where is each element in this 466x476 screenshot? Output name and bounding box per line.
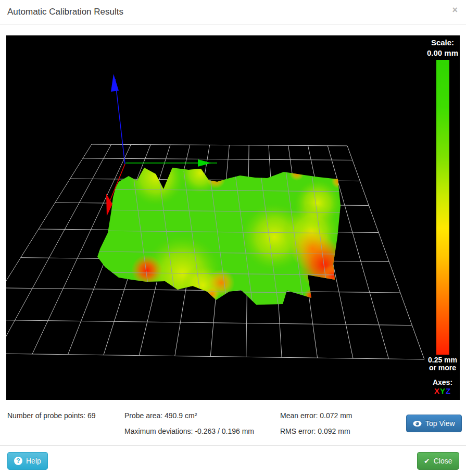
heightmap-mesh: [89, 148, 350, 312]
axis-x-letter: X: [434, 386, 440, 395]
page-title: Automatic Calibration Results: [7, 7, 123, 17]
axes-letters: XYZ: [434, 386, 451, 395]
heightmap-3d-plot[interactable]: [6, 35, 460, 400]
scale-min-value: 0.00 mm: [427, 48, 458, 58]
scale-max-note: or more: [429, 364, 456, 372]
scale-legend: Scale: 0.00 mm 0.25 mm or more Axes: XYZ: [423, 37, 462, 395]
help-button[interactable]: ? Help: [7, 452, 48, 470]
z-axis-arrow-icon: [111, 74, 119, 92]
help-label: Help: [26, 457, 41, 465]
close-label: Close: [434, 457, 452, 465]
axes-label: Axes:: [433, 379, 452, 386]
footer-divider: [0, 445, 466, 446]
stat-max-deviations: Maximum deviations: -0.263 / 0.196 mm: [124, 427, 254, 435]
calibration-results-modal: Automatic Calibration Results ×: [0, 0, 466, 476]
axis-z-letter: Z: [446, 386, 451, 395]
close-button[interactable]: ✔ Close: [417, 452, 459, 470]
heightmap-canvas[interactable]: Scale: 0.00 mm 0.25 mm or more Axes: XYZ: [6, 35, 460, 400]
scale-label: Scale:: [431, 37, 454, 48]
y-axis-arrow-icon: [198, 159, 211, 167]
check-icon: ✔: [424, 457, 430, 465]
scale-max-value: 0.25 mm: [428, 356, 457, 364]
stat-probe-area: Probe area: 490.9 cm²: [124, 411, 197, 420]
top-view-button[interactable]: Top View: [406, 415, 462, 432]
color-scale-bar: [436, 60, 449, 355]
axis-y-letter: Y: [440, 386, 446, 395]
question-icon: ?: [14, 457, 22, 465]
top-view-label: Top View: [425, 419, 455, 428]
stat-rms-error: RMS error: 0.092 mm: [280, 427, 350, 435]
stat-probe-points: Number of probe points: 69: [7, 411, 96, 420]
eye-icon: [413, 420, 422, 427]
close-icon[interactable]: ×: [452, 5, 458, 15]
modal-header: Automatic Calibration Results ×: [0, 0, 466, 24]
stat-mean-error: Mean error: 0.072 mm: [280, 411, 352, 420]
